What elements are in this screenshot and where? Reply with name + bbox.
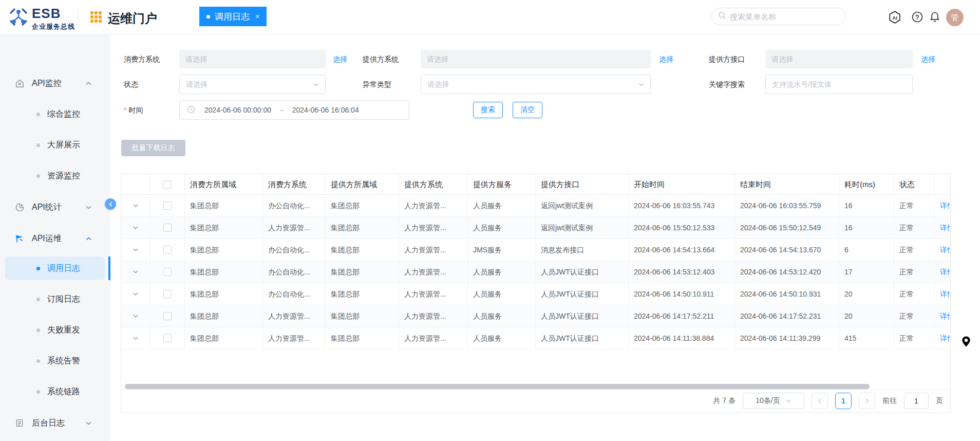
chevron-down-icon bbox=[638, 81, 645, 89]
row-checkbox[interactable] bbox=[150, 195, 185, 217]
sidebar-item-failure-resend[interactable]: 失败重发 bbox=[0, 320, 110, 340]
ai-assistant-icon[interactable]: AI bbox=[888, 10, 901, 24]
pie-chart-icon bbox=[14, 202, 25, 212]
consumer-system-input[interactable] bbox=[179, 50, 326, 68]
help-icon[interactable]: ? bbox=[911, 10, 924, 24]
row-expand-icon[interactable] bbox=[121, 327, 150, 350]
filter-label-time: *时间 bbox=[124, 100, 143, 120]
row-expand-icon[interactable] bbox=[121, 239, 150, 261]
header-divider bbox=[78, 10, 79, 25]
cell-provider-system: 人力资源管... bbox=[399, 327, 468, 350]
row-detail-link[interactable]: 详情 bbox=[940, 246, 951, 254]
column-header: 消费方系统 bbox=[263, 174, 326, 195]
bullet-dot-icon bbox=[36, 298, 40, 301]
cell-provider-domain: 集团总部 bbox=[326, 239, 399, 261]
provider-system-select-link[interactable]: 选择 bbox=[659, 50, 673, 68]
table-row: 集团总部 人力资源管... 集团总部 人力资源管... 人员服务 人员JWT认证… bbox=[121, 327, 951, 350]
search-button[interactable]: 搜索 bbox=[473, 102, 503, 118]
status-select[interactable] bbox=[179, 75, 326, 94]
sidebar-item-subscribe-log[interactable]: 订阅日志 bbox=[0, 289, 110, 309]
keyword-input-field[interactable] bbox=[772, 80, 906, 88]
row-detail-link[interactable]: 详情 bbox=[940, 290, 951, 298]
provider-system-input-field[interactable] bbox=[427, 55, 645, 63]
row-detail-link[interactable]: 详情 bbox=[940, 268, 951, 276]
cell-end-time: 2024-06-06 15:50:12.549 bbox=[735, 217, 839, 239]
row-detail-link[interactable]: 详情 bbox=[940, 334, 951, 342]
cell-status: 正常 bbox=[894, 283, 935, 305]
bullet-dot-icon bbox=[36, 143, 40, 147]
row-detail-link[interactable]: 详情 bbox=[940, 224, 951, 232]
row-detail-link[interactable]: 详情 bbox=[940, 201, 951, 210]
provider-interface-select-link[interactable]: 选择 bbox=[921, 50, 935, 68]
row-expand-icon[interactable] bbox=[121, 261, 150, 283]
select-all-checkbox[interactable] bbox=[150, 174, 185, 195]
provider-interface-input[interactable] bbox=[765, 50, 913, 68]
provider-system-input[interactable] bbox=[421, 50, 651, 68]
row-expand-icon[interactable] bbox=[121, 195, 150, 217]
tab-call-log[interactable]: 调用日志 × bbox=[199, 7, 267, 26]
menu-search-box[interactable] bbox=[711, 8, 846, 25]
cell-status: 正常 bbox=[894, 305, 935, 327]
row-checkbox[interactable] bbox=[150, 305, 185, 327]
sidebar-item-system-link[interactable]: 系统链路 bbox=[0, 381, 110, 402]
row-checkbox[interactable] bbox=[150, 327, 185, 350]
logo-title: ESB bbox=[32, 6, 61, 22]
menu-search-input[interactable] bbox=[730, 12, 839, 21]
clear-button[interactable]: 清空 bbox=[513, 102, 542, 118]
home-icon bbox=[14, 78, 25, 88]
column-header: 消费方所属域 bbox=[185, 174, 263, 195]
sidebar-item-resource-monitor[interactable]: 资源监控 bbox=[0, 166, 110, 186]
row-checkbox[interactable] bbox=[150, 239, 185, 261]
sidebar-item-comprehensive-monitor[interactable]: 综合监控 bbox=[0, 104, 110, 124]
column-header-actions bbox=[935, 174, 951, 195]
cell-status: 正常 bbox=[894, 327, 935, 350]
status-select-field[interactable] bbox=[186, 80, 319, 88]
sidebar-group-backend-log[interactable]: 后台日志 bbox=[0, 413, 110, 433]
consumer-system-input-field[interactable] bbox=[185, 55, 319, 63]
page-size-select[interactable]: 10条/页 bbox=[743, 393, 804, 409]
row-expand-icon[interactable] bbox=[121, 217, 150, 239]
sidebar-group-api-statistics[interactable]: API统计 bbox=[0, 197, 110, 217]
keyword-input[interactable] bbox=[765, 75, 913, 94]
row-checkbox[interactable] bbox=[150, 261, 185, 283]
sidebar-item-label: 系统链路 bbox=[47, 387, 80, 397]
column-header: 提供方服务 bbox=[468, 174, 536, 195]
next-page-button[interactable] bbox=[859, 393, 875, 409]
time-range-picker[interactable]: 2024-06-06 00:00:00 - 2024-06-06 16:06:0… bbox=[179, 100, 409, 120]
prev-page-button[interactable] bbox=[812, 393, 828, 409]
sidebar-item-call-log[interactable]: 调用日志 bbox=[0, 258, 110, 279]
time-end-value[interactable]: 2024-06-06 16:06:04 bbox=[292, 106, 359, 114]
page-size-value: 10条/页 bbox=[756, 396, 780, 406]
tab-close-icon[interactable]: × bbox=[255, 12, 259, 21]
time-start-value[interactable]: 2024-06-06 00:00:00 bbox=[204, 106, 271, 114]
bullet-dot-icon bbox=[36, 267, 40, 270]
cell-provider-system: 人力资源管... bbox=[399, 305, 468, 327]
goto-page-input[interactable] bbox=[904, 393, 929, 409]
sidebar-group-api-operations[interactable]: API运维 bbox=[0, 228, 110, 249]
horizontal-scrollbar[interactable] bbox=[125, 384, 947, 389]
batch-download-button[interactable]: 批量下载日志 bbox=[121, 140, 185, 156]
sidebar-item-label: 系统告警 bbox=[47, 356, 80, 366]
row-checkbox[interactable] bbox=[150, 283, 185, 305]
user-avatar[interactable]: 管 bbox=[946, 9, 964, 26]
pagination-bar: 共 7 条 10条/页 1 前往 页 bbox=[121, 389, 950, 412]
exception-type-select[interactable] bbox=[421, 75, 651, 94]
consumer-system-select-link[interactable]: 选择 bbox=[333, 50, 347, 68]
filter-label-keyword: 关键字搜索 bbox=[709, 75, 745, 94]
sidebar-item-big-screen[interactable]: 大屏展示 bbox=[0, 135, 110, 155]
logo-subtitle: 企业服务总线 bbox=[32, 22, 75, 31]
cell-provider-interface: 人员JWT认证接口 bbox=[536, 305, 629, 327]
sidebar-collapse-button[interactable] bbox=[105, 198, 116, 210]
chevron-down-icon bbox=[313, 81, 319, 89]
sidebar-item-system-alert[interactable]: 系统告警 bbox=[0, 351, 110, 371]
row-checkbox[interactable] bbox=[150, 217, 185, 239]
row-detail-link[interactable]: 详情 bbox=[940, 312, 951, 320]
notification-bell-icon[interactable] bbox=[928, 10, 941, 24]
provider-interface-input-field[interactable] bbox=[771, 55, 907, 63]
row-expand-icon[interactable] bbox=[121, 305, 150, 327]
exception-type-select-field[interactable] bbox=[427, 80, 644, 88]
sidebar-group-api-monitor[interactable]: API监控 bbox=[0, 73, 110, 94]
row-expand-icon[interactable] bbox=[121, 283, 150, 305]
scrollbar-thumb[interactable] bbox=[125, 384, 870, 389]
current-page-button[interactable]: 1 bbox=[835, 393, 852, 409]
